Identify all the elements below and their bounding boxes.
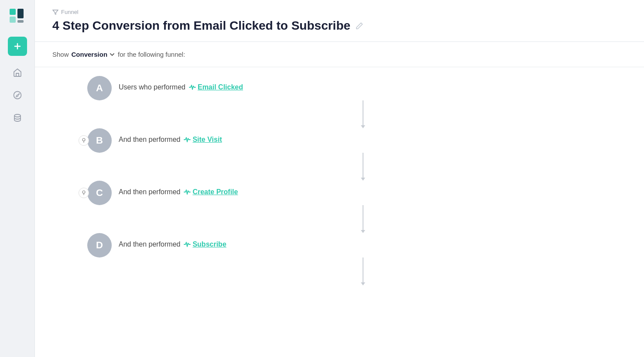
- arrow-tip-c: [361, 230, 365, 233]
- show-label: Show: [52, 51, 69, 58]
- pulse-icon-d: [184, 241, 191, 247]
- pulse-icon-c: [184, 189, 191, 195]
- step-b-arrow: [99, 153, 627, 181]
- step-a-wrapper: A Users who performed Email Clicked: [87, 76, 627, 128]
- step-b-left: B: [87, 128, 112, 153]
- rest-label: for the following funnel:: [118, 51, 185, 58]
- step-a: A Users who performed Email Clicked: [87, 76, 627, 100]
- svg-rect-3: [17, 20, 24, 23]
- step-b-prefix: And then performed: [119, 136, 180, 144]
- step-c-wrapper: C And then performed Create Profile: [87, 181, 627, 233]
- step-d: D And then performed Subscribe: [87, 233, 627, 257]
- step-c-event[interactable]: Create Profile: [184, 188, 238, 196]
- step-d-wrapper: D And then performed Subscribe: [87, 233, 627, 285]
- step-d-event[interactable]: Subscribe: [184, 240, 226, 248]
- step-d-letter: D: [96, 240, 103, 251]
- breadcrumb-label: Funnel: [61, 9, 79, 15]
- step-c-event-label: Create Profile: [192, 188, 238, 196]
- arrow-line-b: [363, 153, 363, 178]
- show-bar: Show Conversion for the following funnel…: [35, 42, 644, 67]
- step-d-content: And then performed Subscribe: [119, 240, 226, 250]
- nav-data[interactable]: [8, 108, 27, 127]
- conversion-dropdown[interactable]: Conversion: [72, 51, 116, 58]
- step-c-left: C: [87, 181, 112, 205]
- arrow-line-a: [363, 100, 363, 126]
- step-d-event-label: Subscribe: [192, 240, 226, 248]
- pulse-icon-a: [189, 84, 196, 90]
- breadcrumb: Funnel: [52, 9, 627, 15]
- page-header: Funnel 4 Step Conversion from Email Clic…: [35, 0, 644, 42]
- svg-point-8: [82, 191, 85, 193]
- step-a-left: A: [87, 76, 112, 100]
- nav-home[interactable]: [8, 63, 27, 82]
- arrow-line-d: [363, 257, 363, 283]
- edit-icon[interactable]: [356, 19, 363, 33]
- step-c-letter: C: [96, 187, 103, 199]
- step-b-event[interactable]: Site Visit: [184, 136, 222, 144]
- svg-rect-2: [17, 9, 24, 18]
- svg-point-6: [82, 138, 85, 141]
- conversion-label: Conversion: [72, 51, 108, 58]
- nav-explore[interactable]: [8, 86, 27, 105]
- title-text: 4 Step Conversion from Email Clicked to …: [52, 19, 350, 33]
- step-b-event-label: Site Visit: [192, 136, 222, 144]
- step-c-arrow: [99, 205, 627, 233]
- step-a-circle: A: [87, 76, 112, 100]
- step-c: C And then performed Create Profile: [87, 181, 627, 205]
- arrow-line-c: [363, 205, 363, 230]
- step-b-letter: B: [96, 135, 103, 146]
- arrow-tip-d: [361, 282, 365, 285]
- add-button[interactable]: [8, 37, 27, 56]
- step-c-pin: [79, 188, 89, 198]
- svg-rect-1: [10, 17, 16, 23]
- arrow-tip-b: [361, 178, 365, 181]
- step-d-arrow: [99, 257, 627, 285]
- steps-list: A Users who performed Email Clicked: [35, 67, 644, 303]
- svg-rect-0: [10, 9, 16, 15]
- step-a-prefix: Users who performed: [119, 83, 185, 91]
- funnel-icon: [52, 9, 58, 15]
- step-b-content: And then performed Site Visit: [119, 136, 222, 145]
- sidebar: [0, 0, 35, 357]
- step-d-circle: D: [87, 233, 112, 257]
- main-content: Funnel 4 Step Conversion from Email Clic…: [35, 0, 644, 357]
- step-a-arrow: [99, 100, 627, 128]
- content-area: Show Conversion for the following funnel…: [35, 42, 644, 357]
- step-b-circle: B: [87, 128, 112, 153]
- arrow-tip-a: [361, 125, 365, 128]
- step-a-event[interactable]: Email Clicked: [189, 83, 243, 91]
- step-b: B And then performed Site Visit: [87, 128, 627, 153]
- step-d-left: D: [87, 233, 112, 257]
- step-c-prefix: And then performed: [119, 188, 180, 196]
- step-a-letter: A: [96, 82, 103, 94]
- step-c-circle: C: [87, 181, 112, 205]
- chevron-down-icon: [109, 51, 115, 58]
- step-c-content: And then performed Create Profile: [119, 188, 238, 198]
- pulse-icon-b: [184, 137, 191, 143]
- step-a-content: Users who performed Email Clicked: [119, 83, 243, 93]
- step-a-event-label: Email Clicked: [198, 83, 243, 91]
- logo: [8, 7, 27, 26]
- step-b-wrapper: B And then performed Site Visit: [87, 128, 627, 181]
- svg-point-5: [14, 114, 21, 117]
- page-title: 4 Step Conversion from Email Clicked to …: [52, 19, 627, 33]
- step-d-prefix: And then performed: [119, 240, 180, 248]
- step-b-pin: [79, 135, 89, 146]
